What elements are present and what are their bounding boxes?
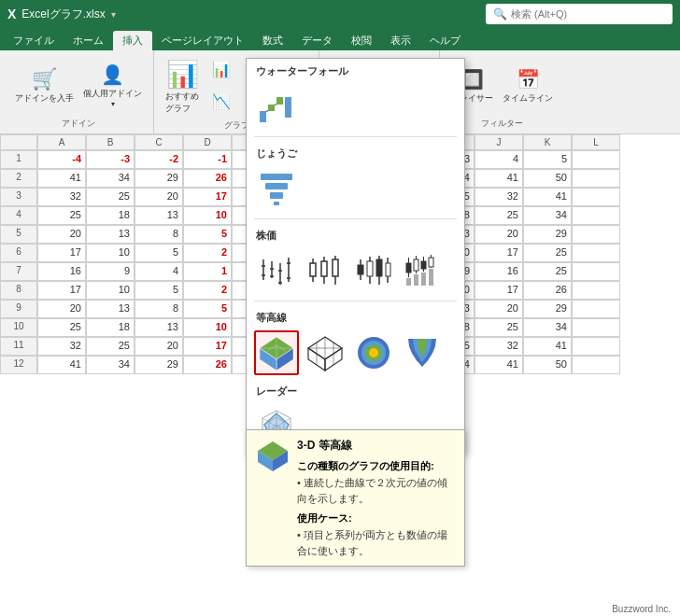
tab-formula[interactable]: 数式 [253, 31, 292, 50]
cell-J4[interactable]: 25 [475, 206, 523, 225]
cell-A12[interactable]: 41 [37, 356, 86, 374]
cell-K4[interactable]: 34 [523, 206, 572, 225]
cell-J5[interactable]: 20 [475, 225, 523, 244]
stock-chart-4[interactable] [400, 248, 445, 293]
tab-home[interactable]: ホーム [64, 31, 113, 50]
cell-D11[interactable]: 17 [183, 337, 232, 356]
cell-B6[interactable]: 10 [86, 244, 135, 262]
cell-B4[interactable]: 18 [86, 206, 135, 225]
cell-C8[interactable]: 5 [135, 281, 183, 300]
cell-B3[interactable]: 25 [86, 188, 135, 206]
cell-D1[interactable]: -1 [183, 150, 232, 169]
cell-D10[interactable]: 10 [183, 318, 232, 337]
cell-A1[interactable]: -4 [37, 150, 86, 169]
cell-L7[interactable] [572, 262, 620, 281]
cell-A2[interactable]: 41 [37, 169, 86, 188]
cell-A10[interactable]: 25 [37, 318, 86, 337]
cell-J8[interactable]: 17 [475, 281, 523, 300]
cell-B11[interactable]: 25 [86, 337, 135, 356]
cell-L11[interactable] [572, 337, 620, 356]
cell-D4[interactable]: 10 [183, 206, 232, 225]
cell-K1[interactable]: 5 [523, 150, 572, 169]
tab-file[interactable]: ファイル [4, 31, 64, 50]
cell-K9[interactable]: 29 [523, 300, 572, 318]
waterfall-chart-icon[interactable] [254, 84, 299, 129]
cell-J9[interactable]: 20 [475, 300, 523, 318]
cell-A7[interactable]: 16 [37, 262, 86, 281]
cell-C11[interactable]: 20 [135, 337, 183, 356]
cell-D9[interactable]: 5 [183, 300, 232, 318]
cell-C4[interactable]: 13 [135, 206, 183, 225]
cell-L8[interactable] [572, 281, 620, 300]
cell-C9[interactable]: 8 [135, 300, 183, 318]
cell-A4[interactable]: 25 [37, 206, 86, 225]
cell-L2[interactable] [572, 169, 620, 188]
tab-insert[interactable]: 挿入 [113, 31, 152, 50]
search-bar[interactable]: 🔍 [486, 4, 673, 24]
cell-B9[interactable]: 13 [86, 300, 135, 318]
cell-A6[interactable]: 17 [37, 244, 86, 262]
addin-dropdown-arrow[interactable]: ▾ [111, 100, 115, 108]
cell-A8[interactable]: 17 [37, 281, 86, 300]
cell-K11[interactable]: 41 [523, 337, 572, 356]
cell-L3[interactable] [572, 188, 620, 206]
personal-addin-button[interactable]: 👤 個人用アドイン ▾ [79, 60, 146, 110]
cell-L9[interactable] [572, 300, 620, 318]
search-input[interactable] [511, 8, 665, 20]
cell-B8[interactable]: 10 [86, 281, 135, 300]
title-arrow[interactable]: ▾ [111, 9, 116, 20]
contour-3d-chart[interactable] [254, 330, 299, 375]
cell-D3[interactable]: 17 [183, 188, 232, 206]
cell-D5[interactable]: 5 [183, 225, 232, 244]
cell-K7[interactable]: 25 [523, 262, 572, 281]
cell-L1[interactable] [572, 150, 620, 169]
contour-2d-chart[interactable] [351, 330, 396, 375]
cell-K12[interactable]: 50 [523, 356, 572, 374]
cell-K10[interactable]: 34 [523, 318, 572, 337]
tab-pagelayout[interactable]: ページレイアウト [152, 31, 253, 50]
cell-K8[interactable]: 26 [523, 281, 572, 300]
tab-view[interactable]: 表示 [381, 31, 420, 50]
cell-L12[interactable] [572, 356, 620, 374]
cell-C3[interactable]: 20 [135, 188, 183, 206]
cell-D7[interactable]: 1 [183, 262, 232, 281]
cell-J10[interactable]: 25 [475, 318, 523, 337]
tab-review[interactable]: 校閲 [342, 31, 381, 50]
cell-J6[interactable]: 17 [475, 244, 523, 262]
cell-J1[interactable]: 4 [475, 150, 523, 169]
cell-K6[interactable]: 25 [523, 244, 572, 262]
cell-J3[interactable]: 32 [475, 188, 523, 206]
column-chart-button[interactable]: 📊 [205, 54, 238, 84]
tab-data[interactable]: データ [292, 31, 342, 50]
tab-help[interactable]: ヘルプ [420, 31, 470, 50]
stock-chart-3[interactable] [351, 248, 396, 293]
contour-2d-wire-chart[interactable] [400, 330, 445, 375]
cell-J2[interactable]: 41 [475, 169, 523, 188]
cell-C12[interactable]: 29 [135, 356, 183, 374]
cell-L6[interactable] [572, 244, 620, 262]
cell-J11[interactable]: 32 [475, 337, 523, 356]
cell-L10[interactable] [572, 318, 620, 337]
cell-A11[interactable]: 32 [37, 337, 86, 356]
cell-D6[interactable]: 2 [183, 244, 232, 262]
stock-chart-1[interactable] [254, 248, 299, 293]
recommend-chart-button[interactable]: 📊 おすすめグラフ [162, 55, 203, 117]
cell-D12[interactable]: 26 [183, 356, 232, 374]
cell-A9[interactable]: 20 [37, 300, 86, 318]
cell-C5[interactable]: 8 [135, 225, 183, 244]
cell-B2[interactable]: 34 [86, 169, 135, 188]
cell-C1[interactable]: -2 [135, 150, 183, 169]
cell-B10[interactable]: 18 [86, 318, 135, 337]
cell-L4[interactable] [572, 206, 620, 225]
cell-L5[interactable] [572, 225, 620, 244]
cell-D2[interactable]: 26 [183, 169, 232, 188]
cell-K5[interactable]: 29 [523, 225, 572, 244]
cell-C6[interactable]: 5 [135, 244, 183, 262]
cell-K3[interactable]: 41 [523, 188, 572, 206]
stock-chart-2[interactable] [303, 248, 347, 293]
cell-K2[interactable]: 50 [523, 169, 572, 188]
cell-B12[interactable]: 34 [86, 356, 135, 374]
contour-3d-wire-chart[interactable] [303, 330, 347, 375]
cell-A5[interactable]: 20 [37, 225, 86, 244]
cell-C10[interactable]: 13 [135, 318, 183, 337]
